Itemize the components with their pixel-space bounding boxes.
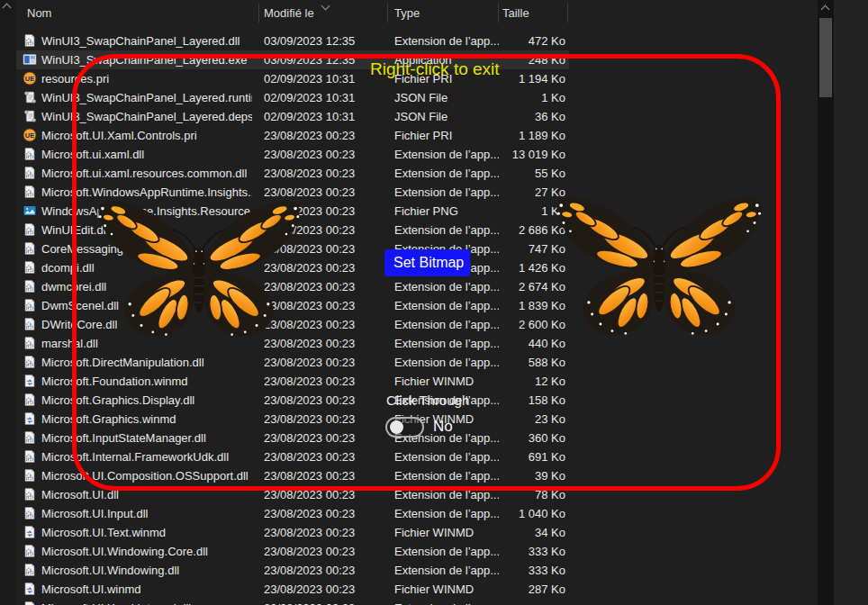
file-row[interactable]: WinUI3_SwapChainPanel_Layered.dll 03/09/… bbox=[16, 32, 569, 50]
dll-file-icon bbox=[23, 298, 37, 312]
dll-file-icon bbox=[23, 241, 37, 256]
file-row[interactable]: Microsoft.UI.Text.winmd 23/08/2023 00:23… bbox=[16, 523, 569, 542]
vertical-scrollbar[interactable] bbox=[818, 0, 834, 605]
file-row[interactable]: Microsoft.UI.Windowing.dll 23/08/2023 00… bbox=[16, 561, 569, 580]
file-modified-date: 23/08/2023 00:23 bbox=[264, 164, 376, 183]
file-size: 1 189 Ko bbox=[457, 126, 565, 145]
file-name: Microsoft.UI.dll bbox=[41, 485, 252, 504]
file-size: 39 Ko bbox=[457, 466, 565, 485]
column-header-nom[interactable]: Nom bbox=[27, 0, 51, 27]
file-row[interactable]: Microsoft.UI.Windowing.Core.dll 23/08/20… bbox=[16, 542, 569, 561]
file-modified-date: 23/08/2023 00:23 bbox=[264, 485, 376, 504]
file-row[interactable]: Microsoft.DirectManipulation.dll 23/08/2… bbox=[16, 353, 569, 372]
file-size: 588 Ko bbox=[457, 353, 565, 372]
pri-file-icon: UE bbox=[23, 71, 37, 86]
toggle-knob-icon bbox=[390, 420, 403, 434]
file-size: 287 Ko bbox=[457, 580, 565, 599]
dll-file-icon bbox=[23, 166, 37, 180]
dll-file-icon bbox=[23, 506, 37, 520]
nav-scroll-up-icon[interactable] bbox=[3, 4, 12, 13]
file-row[interactable]: WinUI3_SwapChainPanel_Layered.runtim... … bbox=[16, 88, 569, 107]
file-row[interactable]: Microsoft.InputStateManager.dll 23/08/20… bbox=[16, 429, 569, 447]
column-divider[interactable] bbox=[387, 4, 388, 23]
file-row[interactable]: UE Microsoft.UI.Xaml.Controls.pri 23/08/… bbox=[16, 126, 569, 145]
scroll-up-icon[interactable] bbox=[821, 5, 830, 14]
scrollbar-thumb[interactable] bbox=[819, 18, 832, 97]
file-name: Microsoft.UI.Text.winmd bbox=[41, 523, 252, 542]
file-size: 23 Ko bbox=[457, 410, 565, 429]
dll-file-icon bbox=[23, 336, 37, 350]
file-name: Microsoft.UI.Composition.OSSupport.dll bbox=[41, 466, 252, 485]
sort-indicator-icon bbox=[321, 2, 330, 11]
butterfly-image-right bbox=[547, 182, 772, 349]
column-header-type[interactable]: Type bbox=[394, 0, 420, 27]
file-name: Microsoft.Graphics.Display.dll bbox=[41, 391, 252, 410]
svg-text:UE: UE bbox=[25, 131, 34, 140]
file-modified-date: 03/09/2023 12:35 bbox=[264, 50, 376, 69]
file-size: 78 Ko bbox=[457, 485, 565, 504]
file-size: 36 Ko bbox=[457, 107, 565, 126]
file-row[interactable]: Microsoft.UI.Input.dll 23/08/2023 00:23 … bbox=[16, 504, 569, 523]
dll-file-icon bbox=[23, 430, 37, 445]
file-row[interactable]: Microsoft.Graphics.Display.dll 23/08/202… bbox=[16, 391, 569, 410]
file-name: Microsoft.UI.winmd bbox=[41, 580, 252, 599]
column-header-modifie[interactable]: Modifié le bbox=[264, 0, 314, 27]
file-modified-date: 23/08/2023 00:23 bbox=[264, 145, 376, 164]
file-modified-date: 23/08/2023 00:23 bbox=[264, 429, 376, 447]
file-modified-date: 02/09/2023 10:31 bbox=[264, 107, 376, 126]
file-name: Microsoft.Foundation.winmd bbox=[41, 372, 252, 391]
column-divider[interactable] bbox=[498, 4, 499, 23]
file-row[interactable]: Microsoft.Foundation.winmd 23/08/2023 00… bbox=[16, 372, 569, 391]
file-modified-date: 03/09/2023 12:35 bbox=[264, 32, 376, 50]
file-row[interactable]: WinUI3_SwapChainPanel_Layered.deps.js...… bbox=[16, 107, 569, 126]
winmd-file-icon bbox=[23, 411, 37, 426]
winmd-file-icon bbox=[23, 582, 37, 596]
file-modified-date: 23/08/2023 00:23 bbox=[264, 580, 376, 599]
file-row[interactable]: Microsoft.ui.xaml.dll 23/08/2023 00:23 E… bbox=[16, 145, 569, 164]
dll-file-icon bbox=[23, 487, 37, 501]
dll-file-icon bbox=[23, 355, 37, 369]
file-row[interactable]: Microsoft.UI.dll 23/08/2023 00:23 Extens… bbox=[16, 485, 569, 504]
file-row[interactable]: Microsoft.Graphics.winmd 23/08/2023 00:2… bbox=[16, 410, 569, 429]
file-modified-date: 02/09/2023 10:31 bbox=[264, 88, 376, 107]
file-size: 13 019 Ko bbox=[457, 145, 565, 164]
file-row[interactable]: Microsoft.Internal.FrameworkUdk.dll 23/0… bbox=[16, 447, 569, 466]
file-size: 333 Ko bbox=[457, 561, 565, 580]
file-modified-date: 23/08/2023 00:23 bbox=[264, 391, 376, 410]
file-modified-date: 23/08/2023 00:23 bbox=[264, 504, 376, 523]
file-modified-date: 23/08/2023 00:23 bbox=[264, 561, 376, 580]
file-name: WinUI3_SwapChainPanel_Layered.runtim... bbox=[41, 88, 252, 107]
file-row[interactable]: Microsoft.UI.Xaml.Internal.dll 23/08/202… bbox=[16, 599, 569, 605]
toggle-value-label: No bbox=[433, 418, 453, 436]
column-divider[interactable] bbox=[567, 4, 568, 23]
file-row[interactable]: Microsoft.UI.Composition.OSSupport.dll 2… bbox=[16, 466, 569, 485]
file-size: 55 Ko bbox=[457, 164, 565, 183]
column-header-taille[interactable]: Taille bbox=[502, 0, 529, 27]
json-file-icon bbox=[23, 90, 37, 104]
file-size: 12 Ko bbox=[457, 372, 565, 391]
svg-text:UE: UE bbox=[25, 75, 34, 83]
json-file-icon bbox=[23, 109, 37, 123]
dll-file-icon bbox=[23, 544, 37, 558]
exe-file-icon bbox=[23, 52, 37, 67]
file-name: Microsoft.UI.Xaml.Internal.dll bbox=[41, 599, 252, 605]
file-name: Microsoft.Internal.FrameworkUdk.dll bbox=[41, 447, 252, 466]
file-row[interactable]: Microsoft.UI.winmd 23/08/2023 00:23 Fich… bbox=[16, 580, 569, 599]
file-size: 472 Ko bbox=[457, 32, 565, 50]
dll-file-icon bbox=[23, 600, 37, 605]
file-name: Microsoft.UI.Windowing.dll bbox=[41, 561, 252, 580]
pri-file-icon: UE bbox=[23, 128, 37, 142]
file-row[interactable]: Microsoft.ui.xaml.resources.common.dll 2… bbox=[16, 164, 569, 183]
dll-file-icon bbox=[23, 468, 37, 483]
file-modified-date: 23/08/2023 00:23 bbox=[264, 447, 376, 466]
file-name: WinUI3_SwapChainPanel_Layered.exe bbox=[41, 50, 252, 69]
click-through-toggle[interactable] bbox=[385, 417, 424, 438]
file-name: Microsoft.UI.Input.dll bbox=[41, 504, 252, 523]
dll-file-icon bbox=[23, 449, 37, 464]
file-type: Extension de l’app... bbox=[394, 599, 499, 605]
set-bitmap-button[interactable]: Set Bitmap bbox=[384, 249, 470, 276]
file-modified-date: 23/08/2023 00:23 bbox=[264, 372, 376, 391]
butterfly-image-left bbox=[91, 185, 307, 350]
column-divider[interactable] bbox=[258, 4, 259, 23]
file-name: WinUI3_SwapChainPanel_Layered.deps.js... bbox=[41, 107, 252, 126]
